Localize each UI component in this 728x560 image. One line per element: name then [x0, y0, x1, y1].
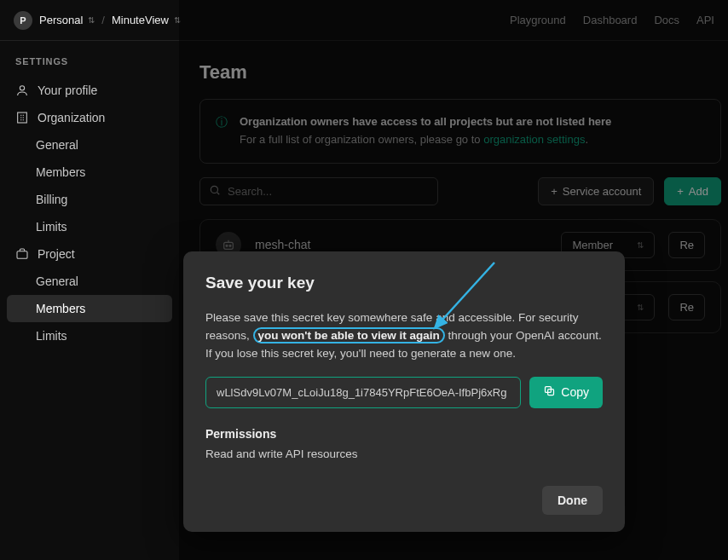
svg-rect-2 [17, 251, 27, 259]
org-crumb[interactable]: Personal ⇅ [39, 14, 95, 26]
sidebar-item-label: Members [36, 165, 85, 179]
sidebar-item-org-limits[interactable]: Limits [7, 213, 172, 240]
api-key-input[interactable] [205, 377, 521, 408]
sidebar-item-profile[interactable]: Your profile [7, 77, 172, 104]
svg-point-0 [20, 86, 24, 90]
permissions-text: Read and write API resources [205, 447, 603, 460]
sidebar-item-label: Your profile [38, 84, 97, 97]
permissions-heading: Permissions [205, 427, 603, 441]
project-crumb[interactable]: MinuteView ⇅ [112, 14, 181, 26]
breadcrumb-separator: / [101, 14, 105, 26]
sidebar-item-proj-members[interactable]: Members [7, 295, 172, 322]
sidebar-item-label: Limits [36, 220, 67, 234]
copy-icon [543, 384, 556, 400]
building-icon [15, 111, 29, 124]
sidebar-item-label: General [36, 274, 78, 288]
sidebar-item-org-billing[interactable]: Billing [7, 186, 172, 213]
sidebar-item-proj-limits[interactable]: Limits [7, 322, 172, 349]
sidebar-item-label: Organization [38, 111, 105, 124]
user-icon [15, 84, 29, 97]
sidebar-item-organization[interactable]: Organization [7, 104, 172, 131]
project-name: MinuteView [112, 14, 169, 26]
sidebar-item-label: General [36, 138, 78, 152]
chevron-updown-icon: ⇅ [88, 15, 95, 25]
sidebar-item-label: Billing [36, 193, 67, 206]
key-row: Copy [205, 377, 603, 408]
sidebar-item-label: Members [36, 302, 85, 315]
sidebar: SETTINGS Your profile Organization Gener… [0, 41, 179, 560]
copy-button[interactable]: Copy [529, 377, 603, 408]
sidebar-item-project[interactable]: Project [7, 240, 172, 268]
org-avatar[interactable]: P [14, 11, 32, 30]
sidebar-heading: SETTINGS [7, 56, 172, 77]
done-button[interactable]: Done [542, 486, 603, 515]
highlighted-warning: you won't be able to view it again [253, 327, 445, 344]
modal-footer: Done [205, 486, 603, 515]
modal-title: Save your key [205, 274, 603, 292]
sidebar-item-label: Project [38, 247, 75, 261]
briefcase-icon [15, 247, 29, 261]
sidebar-item-org-general[interactable]: General [7, 131, 172, 159]
breadcrumb: P Personal ⇅ / MinuteView ⇅ [14, 11, 181, 30]
sidebar-item-org-members[interactable]: Members [7, 159, 172, 186]
sidebar-item-label: Limits [36, 329, 67, 343]
sidebar-item-proj-general[interactable]: General [7, 268, 172, 295]
modal-description: Please save this secret key somewhere sa… [205, 309, 603, 363]
org-name: Personal [39, 14, 83, 26]
svg-rect-1 [18, 113, 27, 123]
button-label: Copy [561, 385, 589, 399]
save-key-modal: Save your key Please save this secret ke… [183, 251, 625, 532]
